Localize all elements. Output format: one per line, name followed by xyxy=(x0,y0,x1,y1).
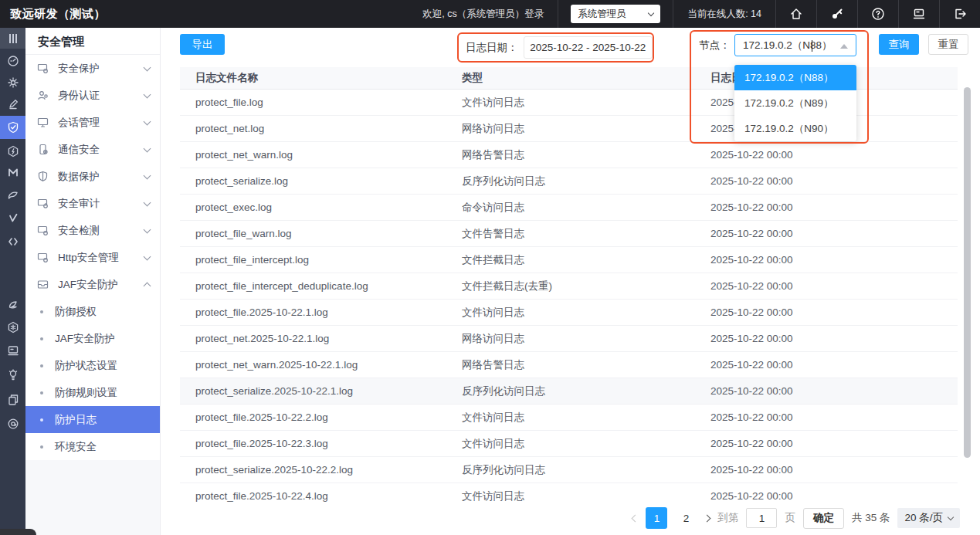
node-option[interactable]: 172.19.0.2（N88） xyxy=(734,65,856,90)
cell-date: 2025-10-22 00:00 xyxy=(699,411,958,423)
next-page-icon[interactable] xyxy=(704,514,711,522)
chevron-down-icon xyxy=(144,63,151,71)
table-row[interactable]: protect_file.2025-10-22.4.log 文件访问日志 202… xyxy=(180,483,958,502)
whale-icon[interactable] xyxy=(0,184,25,205)
confirm-button[interactable]: 确定 xyxy=(803,508,844,529)
cell-type: 文件访问日志 xyxy=(446,96,699,110)
cell-filename: protect_serialize.2025-10-22.1.log xyxy=(180,385,446,397)
copy-files-icon[interactable] xyxy=(0,389,25,411)
online-count: 当前在线人数: 14 xyxy=(673,8,775,21)
sidebar-item-defense-authorization[interactable]: 防御授权 xyxy=(25,298,160,325)
monitor-paw-icon xyxy=(37,252,49,263)
table-row[interactable]: protect_serialize.log 反序列化访问日志 2025-10-2… xyxy=(180,168,958,195)
sidebar-item-protection-logs[interactable]: 防护日志 xyxy=(25,406,160,433)
refresh-at-icon[interactable] xyxy=(0,413,25,435)
hexagon-bolt-icon[interactable] xyxy=(0,141,25,162)
sidebar-item-defense-rules[interactable]: 防御规则设置 xyxy=(25,379,160,406)
sidebar-group-security-audit[interactable]: 安全审计 xyxy=(25,190,160,217)
security-shield-icon[interactable] xyxy=(0,116,25,139)
cell-date: 2025-10-22 00:00 xyxy=(699,385,958,397)
node-option[interactable]: 172.19.0.2（N90） xyxy=(734,116,856,141)
total-count: 共 35 条 xyxy=(852,511,890,525)
chevron-up-icon xyxy=(144,283,151,290)
node-select-input[interactable]: 172.19.0.2（N88） xyxy=(734,34,856,56)
table-row[interactable]: protect_net_warn.log 网络告警日志 2025-10-22 0… xyxy=(180,142,958,168)
home-icon[interactable] xyxy=(776,0,816,28)
logout-icon[interactable] xyxy=(940,0,980,28)
cell-date: 2025-10-22 00:00 xyxy=(699,464,958,476)
table-row[interactable]: protect_file.2025-10-22.1.log 文件访问日志 202… xyxy=(180,300,958,326)
table-row[interactable]: protect_file_warn.log 文件告警日志 2025-10-22 … xyxy=(180,221,958,247)
terminal-icon[interactable] xyxy=(0,340,25,361)
sidebar-group-label: JAF安全防护 xyxy=(58,278,144,292)
cell-filename: protect_serialize.log xyxy=(180,175,446,187)
sidebar-group-data-protection[interactable]: 数据保护 xyxy=(25,163,160,190)
dashboard-icon[interactable] xyxy=(0,50,25,72)
signature-pen-icon[interactable] xyxy=(0,93,25,115)
log-date-range-input[interactable]: 2025-10-22 - 2025-10-22 xyxy=(524,36,653,59)
cell-type: 文件访问日志 xyxy=(446,437,699,451)
reset-button[interactable]: 重置 xyxy=(928,34,968,55)
sidebar-group-security-protection[interactable]: 安全保护 xyxy=(25,55,160,82)
cell-date: 2025-10-22 00:00 xyxy=(699,228,958,239)
node-option[interactable]: 172.19.0.2（N89） xyxy=(734,90,856,116)
lightbulb-icon[interactable] xyxy=(0,364,25,386)
app-window: 致远研发（测试） 欢迎, cs（系统管理员）登录 系统管理员 当前在线人数: 1… xyxy=(0,0,980,535)
cell-filename: protect_net.2025-10-22.1.log xyxy=(180,333,446,344)
help-icon[interactable] xyxy=(858,0,898,28)
table-row[interactable]: protect_net.2025-10-22.1.log 网络访问日志 2025… xyxy=(180,326,958,352)
page-size-select[interactable]: 20 条/页 xyxy=(897,508,960,528)
sidebar-item-protection-status[interactable]: 防护状态设置 xyxy=(25,352,160,379)
app-title: 致远研发（测试） xyxy=(0,7,106,22)
letter-m-icon[interactable] xyxy=(0,161,25,183)
table-row[interactable]: protect_file.2025-10-22.3.log 文件访问日志 202… xyxy=(180,431,958,457)
check-mark-icon[interactable] xyxy=(0,208,25,229)
phone-shield-icon xyxy=(37,144,49,155)
table-row[interactable]: protect_file.2025-10-22.2.log 文件访问日志 202… xyxy=(180,405,958,431)
table-row[interactable]: protect_net_warn.2025-10-22.1.log 网络告警日志… xyxy=(180,352,958,378)
icon-rail xyxy=(0,28,25,535)
sidebar-title: 安全管理 xyxy=(25,28,160,55)
code-brackets-icon[interactable] xyxy=(0,231,25,252)
cell-filename: protect_file.2025-10-22.3.log xyxy=(180,438,446,449)
query-button[interactable]: 查询 xyxy=(879,34,919,55)
page-button-2[interactable]: 2 xyxy=(675,507,697,529)
table-row[interactable]: protect_exec.log 命令访问日志 2025-10-22 00:00 xyxy=(180,195,958,221)
console-icon[interactable] xyxy=(899,0,939,28)
sidebar-item-jaf-protection[interactable]: JAF安全防护 xyxy=(25,325,160,352)
settings-gear-icon[interactable] xyxy=(0,72,25,93)
page-button-1[interactable]: 1 xyxy=(646,507,667,529)
sidebar-item-environment-security[interactable]: 环境安全 xyxy=(25,433,160,460)
sidebar-group-security-detection[interactable]: 安全检测 xyxy=(25,217,160,244)
cell-date: 2025-10-22 00:00 xyxy=(699,306,958,318)
monitor-icon xyxy=(37,117,49,128)
chevron-down-icon xyxy=(144,144,151,152)
key-icon[interactable] xyxy=(817,0,857,28)
sidebar-group-session-management[interactable]: 会话管理 xyxy=(25,109,160,136)
role-select[interactable]: 系统管理员 xyxy=(571,5,660,23)
node-label: 节点： xyxy=(699,39,731,52)
table-row[interactable]: protect_serialize.2025-10-22.1.log 反序列化访… xyxy=(180,378,958,405)
sidebar-group-communication-security[interactable]: 通信安全 xyxy=(25,136,160,163)
collapse-menu-icon[interactable] xyxy=(0,28,25,49)
table-row[interactable]: protect_serialize.2025-10-22.2.log 反序列化访… xyxy=(180,457,958,483)
vertical-scrollbar[interactable] xyxy=(964,87,971,458)
table-row[interactable]: protect_file_intercept.log 文件拦截日志 2025-1… xyxy=(180,247,958,273)
table-row[interactable]: protect_file_intercept_deduplicate.log 文… xyxy=(180,273,958,300)
export-button[interactable]: 导出 xyxy=(180,34,225,55)
cell-type: 网络告警日志 xyxy=(446,358,699,372)
sidebar-group-http-security[interactable]: Http安全管理 xyxy=(25,244,160,271)
monitor-bug-icon xyxy=(37,198,49,209)
dove-icon[interactable] xyxy=(0,293,25,315)
sidebar-group-identity-auth[interactable]: 身份认证 xyxy=(25,82,160,109)
hexagon-star-icon[interactable] xyxy=(0,317,25,338)
goto-page-input[interactable]: 1 xyxy=(746,508,777,528)
sidebar-group-jaf-protection[interactable]: JAF安全防护 xyxy=(25,271,160,298)
prev-page-icon[interactable] xyxy=(632,514,639,522)
status-tooltip xyxy=(0,529,36,535)
bullet-icon xyxy=(40,364,43,367)
cell-type: 文件拦截日志 xyxy=(446,253,699,267)
column-header-filename: 日志文件名称 xyxy=(180,71,446,85)
sidebar-group-label: 通信安全 xyxy=(58,143,144,157)
cell-filename: protect_file.2025-10-22.1.log xyxy=(180,306,446,318)
